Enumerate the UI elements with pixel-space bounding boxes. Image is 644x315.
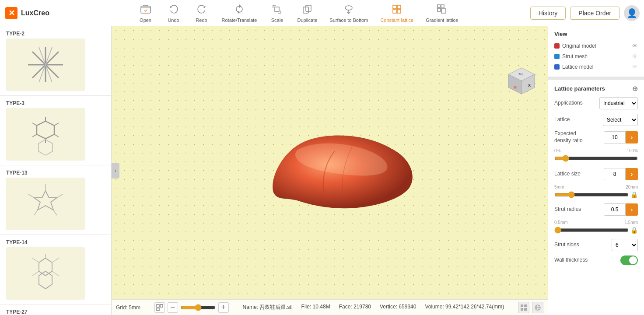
params-title: Lattice parameters [554, 85, 605, 92]
lattice-size-range[interactable] [554, 191, 629, 198]
svg-rect-15 [438, 8, 441, 11]
tool-constant[interactable]: Constant lattice [375, 2, 419, 24]
lattice-model-eye[interactable]: 👁 [632, 63, 638, 70]
strut-radius-range[interactable] [554, 227, 629, 234]
svg-point-7 [345, 6, 352, 10]
density-ratio-slider-labels: 0% 100% [554, 148, 638, 153]
lattice-size-confirm[interactable]: › [626, 168, 638, 180]
strut-radius-slider-container: 🔒 [554, 226, 638, 234]
rotate-icon [234, 4, 245, 17]
cube-nav[interactable]: X Top ⊞ [504, 61, 539, 96]
history-button[interactable]: History [530, 7, 566, 20]
density-ratio-row: Expecteddensity ratio › [554, 130, 638, 144]
svg-rect-64 [521, 308, 523, 311]
gradient-lattice-icon [436, 4, 448, 17]
file-size: File: 10.48M [301, 304, 330, 311]
tool-gradient[interactable]: Gradient lattice [420, 2, 463, 24]
density-ratio-slider-row: 0% 100% [554, 148, 638, 164]
lattice-select-label: Lattice [554, 116, 570, 123]
lattice-size-slider-container: 🔒 [554, 190, 638, 199]
lattice-select[interactable]: Select [603, 114, 638, 126]
left-sidebar: TYPE-2 TYPE-3 [0, 26, 112, 315]
lattice-item-type14[interactable]: TYPE-14 [0, 235, 111, 304]
density-ratio-range[interactable] [554, 155, 638, 162]
applications-select[interactable]: Industrial Medical Aerospace [599, 97, 638, 109]
density-ratio-input[interactable] [604, 131, 626, 144]
view-icons [518, 302, 543, 313]
grid-view-button[interactable] [518, 302, 529, 313]
strut-sides-label: Strut sides [554, 242, 579, 248]
user-avatar[interactable]: 👤 [624, 5, 640, 21]
tool-surface[interactable]: Surface to Bottom [324, 2, 373, 24]
strut-radius-lock[interactable]: 🔒 [630, 227, 638, 234]
density-ratio-confirm[interactable]: › [626, 131, 638, 144]
svg-line-36 [28, 194, 34, 198]
redo-icon [196, 4, 207, 17]
svg-line-33 [57, 194, 63, 198]
zoom-slider[interactable] [181, 304, 216, 311]
axis-svg [112, 26, 243, 92]
tool-undo[interactable]: Undo [161, 2, 187, 24]
strut-radius-label: Strut radius [554, 206, 581, 213]
tool-scale[interactable]: Scale [264, 2, 290, 24]
file-name: Name: 吾双鞋后跟.stl [243, 304, 293, 311]
zoom-frame-button[interactable] [154, 302, 165, 313]
zoom-in-button[interactable]: + [218, 302, 229, 313]
params-expand-icon[interactable]: ⊕ [632, 84, 638, 93]
svg-line-29 [32, 123, 37, 126]
type14-preview [6, 247, 85, 300]
sidebar-collapse-button[interactable]: ‹ [112, 163, 119, 178]
applications-row: Applications Industrial Medical Aerospac… [554, 97, 638, 109]
lattice-size-label: Lattice size [554, 171, 581, 178]
lattice-item-type2[interactable]: TYPE-2 [0, 26, 111, 96]
lattice-size-input[interactable] [604, 168, 626, 180]
lattice-item-type3[interactable]: TYPE-3 [0, 96, 111, 165]
strut-sides-select[interactable]: 4 5 6 8 12 [612, 239, 638, 251]
view-section: View Original model 👁 Strut mesh 👁 Latt [548, 26, 644, 77]
lattice-size-lock[interactable]: 🔒 [630, 191, 638, 198]
svg-line-25 [54, 123, 59, 126]
tool-open[interactable]: Open [133, 2, 159, 24]
svg-text:✕: ✕ [8, 9, 15, 18]
zoom-controls: − + [154, 302, 229, 313]
view-original-label: Original model [554, 43, 596, 49]
svg-rect-13 [438, 5, 440, 7]
svg-line-42 [52, 271, 59, 276]
tool-redo[interactable]: Redo [189, 2, 215, 24]
lattice-size-slider-labels: 5mm 20mm [554, 185, 638, 189]
strut-radius-input[interactable] [604, 203, 626, 216]
tool-rotate[interactable]: Rotate/Translate [217, 2, 262, 24]
view-lattice-row: Lattice model 👁 [554, 62, 638, 72]
type13-label: TYPE-13 [6, 170, 105, 176]
svg-rect-61 [157, 308, 159, 311]
svg-rect-63 [524, 304, 527, 307]
wall-thickness-label: Wall thickness [554, 257, 588, 264]
wall-thickness-toggle[interactable] [620, 256, 638, 265]
strut-radius-slider-labels: 0.5mm 1.5mm [554, 220, 638, 225]
svg-text:X: X [528, 83, 531, 88]
canvas-area[interactable]: X Top ⊞ ‹ Grid: 5mm − + Name: 吾双鞋后跟.stl [112, 26, 548, 315]
type2-preview [6, 38, 85, 91]
strut-mesh-eye[interactable]: 👁 [632, 53, 638, 60]
svg-text:⊞: ⊞ [514, 85, 517, 89]
zoom-out-button[interactable]: − [168, 302, 178, 313]
strut-radius-confirm[interactable]: › [626, 203, 638, 216]
grid-overlay [112, 26, 548, 315]
original-model-eye[interactable]: 👁 [632, 42, 638, 49]
tool-duplicate[interactable]: Duplicate [292, 2, 322, 24]
lattice-size-row: Lattice size › [554, 168, 638, 180]
view-lattice-label: Lattice model [554, 64, 593, 70]
3d-view-button[interactable] [532, 302, 543, 313]
view-original-row: Original model 👁 [554, 41, 638, 51]
place-order-button[interactable]: Place Order [570, 7, 620, 20]
svg-line-28 [32, 134, 37, 137]
svg-rect-10 [397, 5, 401, 9]
applications-label: Applications [554, 100, 583, 107]
original-model-color [554, 43, 560, 49]
svg-rect-60 [160, 304, 163, 307]
lattice-item-type27[interactable]: TYPE-27 [0, 304, 111, 315]
lattice-item-type13[interactable]: TYPE-13 [0, 165, 111, 235]
wall-thickness-thumb [629, 256, 637, 264]
svg-rect-11 [393, 10, 396, 13]
bottom-bar: Grid: 5mm − + Name: 吾双鞋后跟.stl File: 10.4… [112, 299, 548, 315]
